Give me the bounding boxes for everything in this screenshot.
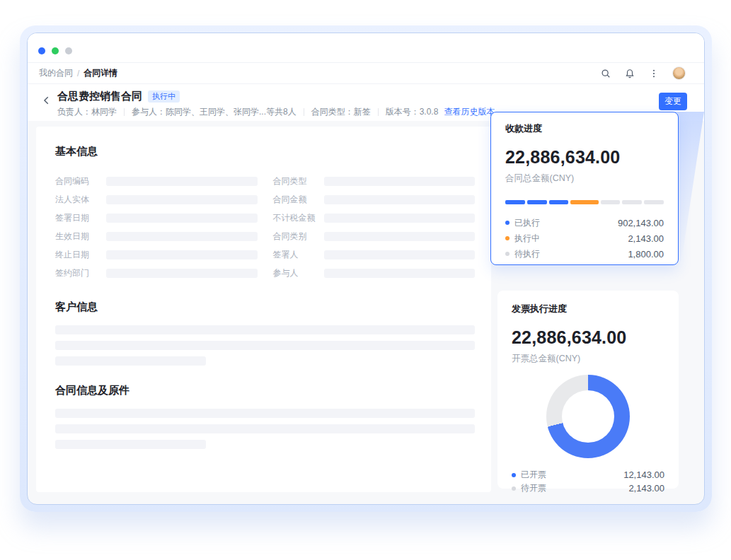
section-title-customer-info: 客户信息 — [55, 301, 475, 314]
kebab-menu-icon[interactable] — [648, 68, 660, 79]
field-label: 合同类别 — [273, 231, 324, 243]
progress-segment — [570, 200, 598, 204]
legend-dot — [512, 486, 516, 491]
contract-form-panel: 基本信息 合同编码 合同类型 法人实体 合同金额 签署日期 不计税金额 生效日期… — [36, 127, 491, 492]
legend-label: 执行中 — [514, 233, 540, 245]
search-icon[interactable] — [600, 68, 611, 79]
payment-segmented-progress-bar — [505, 200, 664, 204]
section-title-basic-info: 基本信息 — [55, 145, 475, 158]
progress-segment — [644, 200, 664, 204]
field-label: 合同类型 — [273, 175, 324, 187]
progress-segment — [601, 200, 621, 204]
app-window: 我的合同 / 合同详情 — [27, 33, 705, 505]
field-label: 法人实体 — [55, 194, 106, 206]
field-value-placeholder[interactable] — [324, 250, 476, 259]
field-label: 签署人 — [273, 249, 324, 261]
section-title-contract-files: 合同信息及原件 — [55, 384, 475, 397]
contract-meta: 负责人：林同学 参与人：陈同学、王同学、张同学...等共8人 合同类型：新签 版… — [57, 106, 495, 118]
field-value-placeholder[interactable] — [106, 177, 258, 186]
field-value-placeholder[interactable] — [324, 195, 476, 204]
legend-row-executed: 已执行 902,143.00 — [505, 215, 664, 231]
legend-row-pending: 待执行 1,800.00 — [505, 246, 664, 262]
window-control-gray[interactable] — [65, 47, 72, 54]
progress-segment — [505, 200, 525, 204]
field-value-placeholder[interactable] — [324, 214, 476, 223]
meta-contract-type: 合同类型：新签 — [311, 106, 371, 118]
legend-value: 2,143.00 — [628, 483, 664, 494]
field-value-placeholder[interactable] — [324, 232, 476, 241]
progress-segment — [549, 200, 569, 204]
field-value-placeholder[interactable] — [106, 269, 258, 278]
legend-label: 已开票 — [521, 469, 546, 481]
payment-legend: 已执行 902,143.00 执行中 2,143.00 待执行 1,800.00 — [505, 215, 664, 262]
field-label: 生效日期 — [55, 231, 106, 243]
field-value-placeholder[interactable] — [55, 325, 475, 334]
field-label: 合同编码 — [55, 175, 106, 187]
legend-value: 12,143.00 — [623, 469, 664, 480]
legend-dot — [505, 252, 510, 256]
field-label: 参与人 — [273, 267, 324, 279]
meta-divider — [304, 108, 304, 116]
history-version-link[interactable]: 查看历史版本 — [444, 106, 495, 118]
invoice-card-title: 发票执行进度 — [512, 303, 664, 315]
basic-info-grid: 合同编码 合同类型 法人实体 合同金额 签署日期 不计税金额 生效日期 合同类别… — [55, 172, 475, 282]
legend-label: 待执行 — [514, 248, 540, 260]
invoice-total-amount: 22,886,634.00 — [512, 327, 664, 348]
meta-divider — [124, 108, 125, 116]
window-control-green[interactable] — [52, 47, 59, 54]
customer-info-block — [55, 325, 475, 366]
avatar[interactable] — [672, 66, 686, 80]
field-label: 签约部门 — [55, 267, 106, 279]
legend-row-to-invoice: 待开票 2,143.00 — [512, 482, 664, 495]
contract-total-amount: 22,886,634.00 — [505, 147, 664, 168]
field-label: 合同金额 — [273, 194, 324, 206]
meta-participants: 参与人：陈同学、王同学、张同学...等共8人 — [132, 106, 297, 118]
legend-row-invoiced: 已开票 12,143.00 — [512, 468, 664, 482]
field-value-placeholder[interactable] — [324, 177, 476, 186]
field-value-placeholder[interactable] — [324, 269, 476, 278]
invoice-total-amount-label: 开票总金额(CNY) — [512, 353, 664, 365]
field-value-placeholder[interactable] — [55, 440, 206, 449]
breadcrumb-parent[interactable]: 我的合同 — [39, 67, 73, 79]
legend-value: 1,800.00 — [628, 249, 664, 259]
field-value-placeholder[interactable] — [106, 250, 258, 259]
breadcrumb-separator: / — [77, 69, 79, 78]
meta-divider — [378, 108, 379, 116]
invoice-progress-card[interactable]: 发票执行进度 22,886,634.00 开票总金额(CNY) 已开票 12,1… — [497, 291, 679, 489]
field-value-placeholder[interactable] — [106, 214, 258, 223]
invoice-donut-chart — [546, 375, 630, 458]
field-value-placeholder[interactable] — [106, 195, 258, 204]
payment-progress-card[interactable]: 收款进度 22,886,634.00 合同总金额(CNY) 已执行 902,14… — [490, 112, 679, 265]
window-chrome — [28, 33, 704, 63]
status-badge: 执行中 — [148, 91, 180, 103]
payment-card-title: 收款进度 — [505, 122, 664, 135]
legend-value: 2,143.00 — [628, 233, 664, 244]
field-label: 签署日期 — [55, 212, 106, 224]
field-value-placeholder[interactable] — [55, 409, 475, 418]
change-button[interactable]: 变更 — [659, 93, 687, 110]
contract-total-amount-label: 合同总金额(CNY) — [505, 173, 664, 185]
meta-owner: 负责人：林同学 — [57, 106, 117, 118]
contract-files-block — [55, 409, 475, 449]
legend-dot — [505, 236, 510, 240]
back-chevron-icon[interactable] — [42, 95, 53, 107]
meta-version: 版本号：3.0.8 — [386, 106, 439, 118]
bell-icon[interactable] — [624, 68, 635, 79]
field-label: 终止日期 — [55, 249, 106, 261]
legend-label: 已执行 — [514, 217, 540, 229]
legend-dot — [512, 473, 516, 477]
legend-value: 902,143.00 — [618, 218, 664, 228]
page-title: 合思费控销售合同 — [57, 90, 142, 103]
field-value-placeholder[interactable] — [55, 424, 475, 433]
field-label: 不计税金额 — [273, 212, 324, 224]
invoice-legend: 已开票 12,143.00 待开票 2,143.00 — [512, 468, 664, 495]
field-value-placeholder[interactable] — [106, 232, 258, 241]
progress-segment — [527, 200, 547, 204]
breadcrumb-current: 合同详情 — [84, 67, 117, 79]
window-control-blue[interactable] — [38, 47, 45, 54]
legend-label: 待开票 — [521, 482, 546, 494]
field-value-placeholder[interactable] — [55, 356, 206, 366]
field-value-placeholder[interactable] — [55, 341, 475, 350]
progress-segment — [622, 200, 642, 204]
legend-row-executing: 执行中 2,143.00 — [505, 231, 664, 246]
